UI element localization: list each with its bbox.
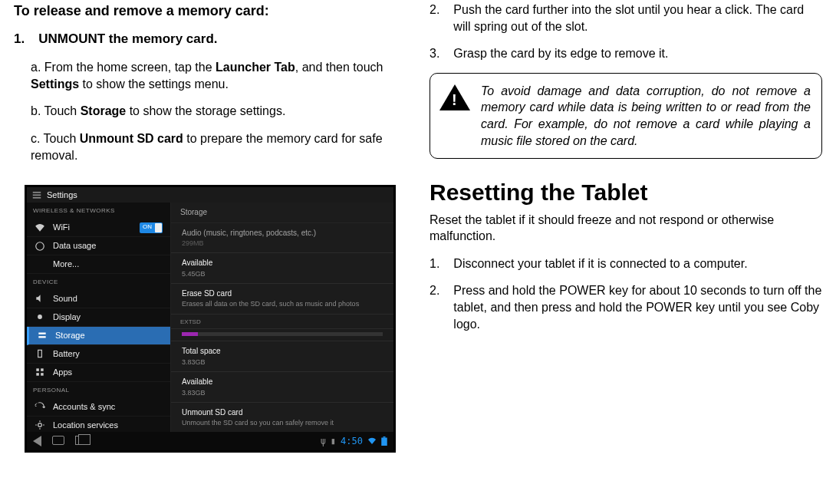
svg-rect-9 <box>41 369 44 372</box>
panel-header: Storage <box>171 203 393 222</box>
reset-step-1-num: 1. <box>430 255 439 272</box>
row-available-1-label: Available <box>182 258 383 268</box>
status-wifi-icon <box>367 436 377 446</box>
step-2: 2. Push the card further into the slot u… <box>430 2 822 35</box>
sidebar-location-label: Location services <box>53 420 118 431</box>
row-total-label: Total space <box>182 346 383 357</box>
row-total-space[interactable]: Total space 3.83GB <box>171 341 393 371</box>
substep-b: b. Touch Storage to show the storage set… <box>31 103 406 120</box>
row-audio[interactable]: Audio (music, ringtones, podcasts, etc.)… <box>171 222 393 253</box>
sidebar-cat-wireless: WIRELESS & NETWORKS <box>27 203 170 219</box>
sidebar-item-storage[interactable]: Storage <box>27 327 170 345</box>
sidebar-item-wifi[interactable]: WiFi ON <box>27 219 170 237</box>
svg-rect-2 <box>33 197 41 199</box>
warning-callout: To avoid damage and data corruption, do … <box>430 73 822 159</box>
reset-step-1: 1. Disconnect your tablet if it is conne… <box>430 255 822 272</box>
blank-icon <box>35 259 45 270</box>
substep-b-suffix: to show the storage settings. <box>126 104 285 117</box>
sidebar-cat-device: DEVICE <box>27 274 170 290</box>
settings-screenshot: Settings WIRELESS & NETWORKS WiFi ON <box>25 185 396 453</box>
step-2-text: Push the card further into the slot unti… <box>453 2 822 35</box>
toggle-knob <box>155 223 162 232</box>
row-available-2-size: 3.83GB <box>182 388 383 397</box>
nav-home-icon[interactable] <box>52 436 64 445</box>
window-title: Settings <box>47 189 77 201</box>
sidebar-item-sound[interactable]: Sound <box>27 290 170 308</box>
sidebar-item-more[interactable]: More... <box>27 255 170 274</box>
svg-rect-5 <box>38 333 45 334</box>
substep-b-prefix: b. Touch <box>31 104 81 117</box>
cat-extsd: EXTSD <box>171 314 393 329</box>
svg-rect-6 <box>38 336 45 338</box>
row-erase-sub: Erases all data on the SD card, such as … <box>182 299 383 308</box>
data-usage-icon <box>35 241 45 252</box>
warning-text: To avoid damage and data corruption, do … <box>481 83 811 149</box>
sidebar-item-apps[interactable]: Apps <box>27 364 170 382</box>
sidebar-display-label: Display <box>53 311 81 323</box>
location-icon <box>35 420 45 430</box>
nav-back-icon[interactable] <box>33 436 41 446</box>
sync-icon <box>35 401 45 412</box>
row-ext-bar <box>171 328 393 341</box>
row-audio-label: Audio (music, ringtones, podcasts, etc.) <box>182 228 383 239</box>
row-available-1-size: 5.45GB <box>182 269 383 278</box>
resetting-heading: Resetting the Tablet <box>430 177 822 209</box>
sidebar-data-usage-label: Data usage <box>53 240 96 252</box>
battery-icon <box>35 348 45 359</box>
settings-label: Settings <box>31 77 79 91</box>
sidebar-item-location[interactable]: Location services <box>27 417 170 433</box>
row-unmount-sd[interactable]: Unmount SD card Unmount the SD card so y… <box>171 402 393 433</box>
resetting-lead: Reset the tablet if it should freeze and… <box>430 212 822 245</box>
row-available-1[interactable]: Available 5.45GB <box>171 252 393 283</box>
wifi-toggle-label: ON <box>143 223 152 232</box>
step-3-text: Grasp the card by its edge to remove it. <box>453 45 822 62</box>
step-1-num: 1. <box>14 31 25 46</box>
display-icon <box>35 311 45 322</box>
step-3: 3. Grasp the card by its edge to remove … <box>430 45 822 62</box>
row-erase-sd[interactable]: Erase SD card Erases all data on the SD … <box>171 283 393 314</box>
row-total-size: 3.83GB <box>182 357 383 367</box>
sidebar-wifi-label: WiFi <box>53 222 70 233</box>
sidebar-more-label: More... <box>53 259 79 270</box>
svg-rect-1 <box>33 195 41 196</box>
section-title: To release and remove a memory card: <box>14 2 406 20</box>
row-unmount-sub: Unmount the SD card so you can safely re… <box>182 418 383 427</box>
settings-icon <box>31 189 42 200</box>
substep-a-mid: , and then touch <box>295 61 383 74</box>
substep-a: a. From the home screen, tap the Launche… <box>31 59 406 92</box>
storage-label: Storage <box>81 104 127 117</box>
sound-icon <box>35 293 45 304</box>
nav-recents-icon[interactable] <box>75 436 86 445</box>
svg-point-3 <box>36 242 44 250</box>
sidebar-sound-label: Sound <box>53 293 77 305</box>
sd-icon: ▮ <box>331 435 336 447</box>
sidebar-apps-label: Apps <box>53 367 72 378</box>
sidebar-item-data-usage[interactable]: Data usage <box>27 237 170 255</box>
svg-rect-8 <box>36 369 39 372</box>
svg-point-12 <box>38 423 42 427</box>
sidebar-item-battery[interactable]: Battery <box>27 345 170 364</box>
sidebar-item-display[interactable]: Display <box>27 308 170 327</box>
step-2-num: 2. <box>430 2 439 35</box>
wifi-toggle[interactable]: ON <box>140 222 163 233</box>
sidebar-battery-label: Battery <box>53 348 80 360</box>
row-erase-label: Erase SD card <box>182 288 383 299</box>
substep-a-suffix: to show the settings menu. <box>79 77 229 91</box>
sidebar-storage-label: Storage <box>55 330 85 341</box>
row-available-2-label: Available <box>182 377 383 387</box>
row-available-2[interactable]: Available 3.83GB <box>171 371 393 402</box>
svg-rect-7 <box>38 351 42 357</box>
settings-sidebar: WIRELESS & NETWORKS WiFi ON Data u <box>27 203 171 432</box>
substep-c-prefix: c. Touch <box>31 132 80 145</box>
wifi-icon <box>35 222 45 233</box>
storage-panel: Storage Audio (music, ringtones, podcast… <box>171 203 393 432</box>
substep-c: c. Touch Unmount SD card to prepare the … <box>31 130 406 163</box>
sidebar-accounts-label: Accounts & sync <box>53 401 115 413</box>
reset-step-1-text: Disconnect your tablet if it is connecte… <box>453 255 822 272</box>
status-battery-icon <box>381 436 387 446</box>
row-audio-size: 299MB <box>182 239 383 248</box>
sidebar-item-accounts[interactable]: Accounts & sync <box>27 398 170 417</box>
status-clock: 4:50 <box>341 435 363 447</box>
substep-a-prefix: a. From the home screen, tap the <box>31 61 216 74</box>
svg-rect-0 <box>33 192 41 193</box>
